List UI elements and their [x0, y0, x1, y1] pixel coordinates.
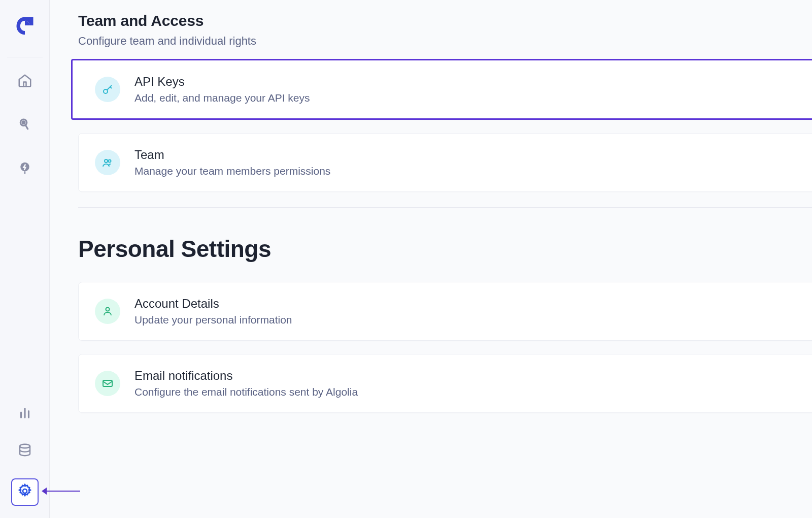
svg-point-8 [20, 444, 30, 448]
card-title: Team [134, 148, 330, 162]
algolia-logo[interactable] [14, 14, 36, 39]
section-subtitle-team-access: Configure team and individual rights [78, 35, 812, 48]
card-subtitle: Add, edit, and manage your API keys [134, 92, 310, 104]
card-email-notifications[interactable]: Email notifications Configure the email … [78, 354, 812, 413]
card-api-keys[interactable]: API Keys Add, edit, and manage your API … [71, 59, 812, 120]
sidebar-item-recommend[interactable] [15, 159, 35, 179]
sidebar-item-analytics[interactable] [15, 403, 35, 424]
card-subtitle: Manage your team members permissions [134, 165, 330, 177]
svg-point-15 [109, 160, 111, 163]
svg-rect-17 [103, 380, 112, 386]
svg-line-13 [110, 87, 112, 88]
svg-point-11 [104, 89, 108, 93]
search-icon [17, 117, 32, 134]
card-team[interactable]: Team Manage your team members permission… [78, 133, 812, 192]
card-title: Email notifications [134, 369, 358, 383]
card-title: Account Details [134, 297, 292, 311]
key-icon [95, 77, 120, 102]
sidebar-item-home[interactable] [15, 72, 35, 92]
gear-icon [17, 483, 33, 501]
bolt-icon [17, 160, 32, 178]
card-subtitle: Configure the email notifications sent b… [134, 386, 358, 398]
mail-icon [95, 371, 120, 396]
card-account-details[interactable]: Account Details Update your personal inf… [78, 282, 812, 341]
svg-point-9 [23, 489, 27, 493]
bar-chart-icon [17, 405, 32, 422]
users-icon [95, 150, 120, 175]
database-icon [17, 442, 32, 460]
svg-line-2 [25, 125, 28, 130]
callout-arrow [41, 485, 81, 497]
svg-point-14 [105, 159, 108, 163]
sidebar-item-data[interactable] [15, 441, 35, 461]
main-content: Team and Access Configure team and indiv… [50, 0, 812, 518]
sidebar-item-settings[interactable] [11, 478, 39, 506]
user-icon [95, 299, 120, 324]
svg-point-16 [106, 308, 110, 311]
section-title-team-access: Team and Access [78, 12, 812, 29]
home-icon [17, 73, 32, 90]
section-title-personal: Personal Settings [78, 235, 812, 263]
card-subtitle: Update your personal information [134, 314, 292, 326]
svg-point-1 [22, 121, 25, 124]
card-title: API Keys [134, 75, 310, 89]
sidebar-divider [7, 57, 43, 57]
sidebar-item-search[interactable] [15, 115, 35, 136]
section-divider [78, 207, 812, 208]
sidebar [0, 0, 50, 518]
